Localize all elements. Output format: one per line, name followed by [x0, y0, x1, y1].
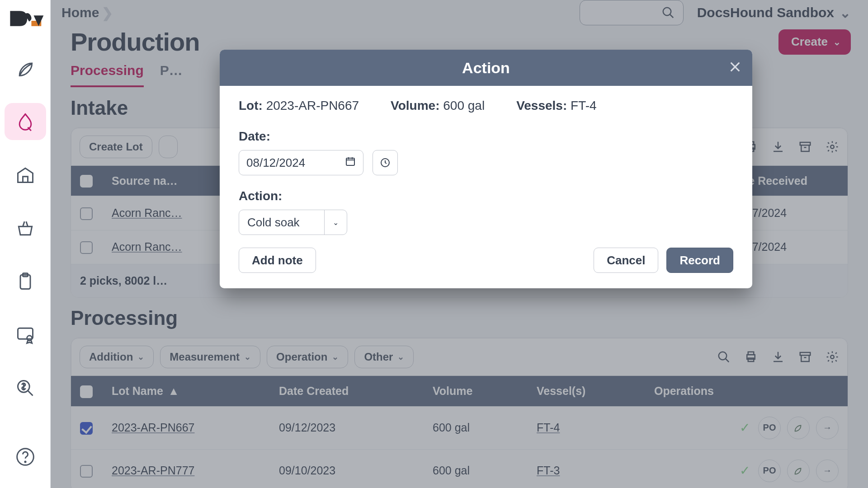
- date-input[interactable]: 08/12/2024: [239, 150, 363, 175]
- svg-point-4: [27, 336, 32, 341]
- sidebar: [0, 0, 51, 488]
- sidebar-item-certificate[interactable]: [5, 316, 46, 353]
- clock-icon: [380, 157, 391, 168]
- sidebar-item-help[interactable]: [5, 438, 46, 475]
- sidebar-item-warehouse[interactable]: [5, 156, 46, 193]
- sidebar-item-drop[interactable]: [5, 103, 46, 140]
- modal-title: Action: [462, 59, 510, 77]
- sidebar-item-dollar-search[interactable]: [5, 370, 46, 407]
- cancel-button[interactable]: Cancel: [594, 248, 658, 273]
- lot-value: 2023-AR-PN667: [266, 99, 359, 113]
- action-modal: Action Lot: 2023-AR-PN667 Volume: 600 ga…: [220, 50, 752, 288]
- chevron-down-icon: ⌄: [324, 210, 347, 235]
- action-field-label: Action:: [239, 189, 733, 203]
- date-value: 08/12/2024: [246, 156, 305, 170]
- lot-label: Lot:: [239, 99, 263, 113]
- vessels-value: FT-4: [571, 99, 597, 113]
- volume-value: 600 gal: [443, 99, 485, 113]
- main: Home ❯ DocsHound Sandbox ⌄ Production Cr…: [51, 0, 868, 488]
- record-button[interactable]: Record: [666, 248, 733, 273]
- app-logo: [6, 6, 44, 31]
- sidebar-nav: [0, 50, 50, 407]
- vessels-label: Vessels:: [516, 99, 567, 113]
- volume-label: Volume:: [391, 99, 439, 113]
- close-button[interactable]: [728, 60, 742, 76]
- svg-rect-21: [346, 158, 354, 165]
- date-field-label: Date:: [239, 129, 733, 144]
- sidebar-item-leaf[interactable]: [5, 50, 46, 87]
- modal-header: Action: [220, 50, 752, 86]
- action-select-value: Cold soak: [239, 216, 324, 230]
- close-icon: [728, 60, 742, 74]
- modal-meta: Lot: 2023-AR-PN667 Volume: 600 gal Vesse…: [239, 99, 733, 113]
- sidebar-item-basket[interactable]: [5, 210, 46, 247]
- calendar-icon: [345, 156, 356, 170]
- svg-point-7: [24, 461, 25, 462]
- svg-rect-3: [18, 328, 33, 339]
- sidebar-item-clipboard[interactable]: [5, 263, 46, 300]
- add-note-button[interactable]: Add note: [239, 248, 316, 273]
- time-button[interactable]: [373, 150, 398, 175]
- action-select[interactable]: Cold soak ⌄: [239, 210, 347, 235]
